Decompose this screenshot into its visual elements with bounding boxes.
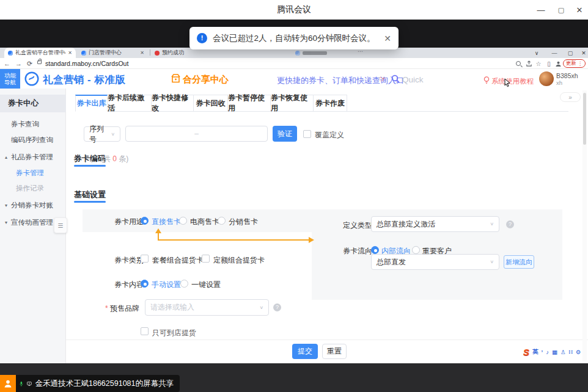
- profile-icon[interactable]: [554, 59, 562, 68]
- tab-card-outbound[interactable]: 券卡出库: [75, 95, 108, 112]
- definition-help-icon[interactable]: ?: [506, 220, 514, 228]
- quick-label[interactable]: Quick: [402, 75, 424, 84]
- content-option-manual[interactable]: 手动设置: [152, 280, 181, 290]
- meeting-minimize-button[interactable]: —: [532, 0, 550, 20]
- usage-option-distribution[interactable]: 分销售卡: [229, 217, 258, 227]
- usage-option-direct[interactable]: 直接售卡: [152, 217, 181, 227]
- nav-toggle-line1: 功能: [4, 72, 16, 79]
- user-avatar[interactable]: [539, 71, 554, 86]
- flow-radio-internal-selected[interactable]: [371, 246, 379, 254]
- content-option-onekey[interactable]: 一键设置: [191, 280, 221, 290]
- mouse-cursor: [504, 78, 511, 87]
- reset-button[interactable]: 重置: [322, 344, 347, 359]
- ime-settings-icon[interactable]: ⚙: [576, 349, 581, 355]
- category-option-fixed[interactable]: 定额组合提货卡: [213, 255, 265, 266]
- browser-tab-2[interactable]: 门店管理中心 ✕: [78, 48, 148, 58]
- browser-close-button[interactable]: ✕: [578, 48, 588, 57]
- pointing-finger-icon: ☞: [379, 74, 386, 84]
- tab-favicon: [8, 51, 13, 56]
- serial-range-input[interactable]: –: [125, 126, 268, 142]
- quick-search-icon[interactable]: [391, 74, 400, 83]
- ime-lang-icon[interactable]: 英: [532, 348, 538, 356]
- codes-count-open: (共: [101, 154, 112, 163]
- meeting-close-button[interactable]: ✕: [570, 0, 588, 20]
- sidebar-collapse-handle[interactable]: ☰: [54, 217, 67, 233]
- browser-maximize-button[interactable]: ▢: [565, 48, 576, 57]
- serial-field-select[interactable]: 序列号 ∨: [84, 126, 120, 142]
- tab-close-icon[interactable]: ✕: [68, 50, 72, 56]
- bookmark-star-icon[interactable]: ☆: [534, 59, 543, 68]
- toast-close-icon[interactable]: ✕: [384, 34, 391, 43]
- tab-card-recycle[interactable]: 券卡回收: [194, 95, 228, 112]
- select-value: 总部直接定义激活: [377, 219, 435, 230]
- store-only-checkbox[interactable]: [141, 327, 149, 335]
- brand-help-icon[interactable]: ?: [273, 303, 281, 311]
- usage-radio-ecommerce[interactable]: [179, 217, 187, 225]
- share-center-link[interactable]: 合分享中心: [183, 74, 229, 85]
- meeting-maximize-button[interactable]: ▢: [552, 0, 570, 20]
- overwrite-checkbox[interactable]: [303, 130, 311, 138]
- category-checkbox-package[interactable]: [141, 255, 149, 263]
- brand-logo-icon: [24, 71, 39, 86]
- add-flow-button[interactable]: 新增流向: [504, 255, 534, 269]
- reload-icon[interactable]: ⟳: [27, 59, 32, 68]
- ime-skin-icon[interactable]: ♙: [560, 349, 566, 355]
- browser-tab-search-icon[interactable]: ∨: [531, 48, 542, 57]
- zoom-search-icon[interactable]: [514, 59, 523, 68]
- flow-radio-vip[interactable]: [412, 246, 420, 254]
- tab-card-suspend[interactable]: 券卡暂停使用: [228, 95, 271, 112]
- sidebar-item-distribution-reconciliation[interactable]: ▾ 分销券卡对账: [0, 199, 66, 211]
- share-center-icon: [171, 73, 180, 83]
- browser-minimize-button[interactable]: —: [549, 48, 560, 57]
- expand-arrow-icon: ▾: [5, 203, 7, 208]
- tab-card-quick-edit[interactable]: 券卡快捷修改: [152, 95, 194, 112]
- nav-toggle-line2: 导航: [4, 79, 16, 85]
- required-asterisk: *: [105, 304, 108, 313]
- share-page-icon[interactable]: [524, 59, 533, 68]
- chrome-update-button[interactable]: 更新 ⋮: [563, 59, 586, 68]
- verify-button[interactable]: 验证: [273, 126, 297, 142]
- definition-type-select[interactable]: 总部直接定义激活 ∨: [371, 216, 499, 232]
- expand-panel-button[interactable]: »: [560, 92, 581, 102]
- sidebar-item-code-sequence-query[interactable]: 编码序列查询: [0, 134, 66, 146]
- codes-count-close: 条): [117, 154, 128, 163]
- ime-toolbar[interactable]: S 英 ’ ♪ ▦ ♙ ∷ ⚙: [523, 346, 581, 357]
- scrollbar-thumb[interactable]: [583, 93, 586, 145]
- ime-mic-icon[interactable]: ♪: [546, 349, 549, 355]
- sidebar-header: 券卡中心: [0, 95, 66, 112]
- content-radio-manual-selected[interactable]: [141, 280, 149, 288]
- ime-punctuation-icon[interactable]: ’: [542, 349, 543, 355]
- ime-toolbox-icon[interactable]: ∷: [568, 349, 573, 355]
- submit-button[interactable]: 提交: [292, 344, 318, 359]
- usage-radio-distribution[interactable]: [218, 217, 226, 225]
- tutorial-link[interactable]: 系统使用教程: [491, 77, 534, 86]
- content-radio-onekey[interactable]: [180, 280, 188, 288]
- tab-close-icon[interactable]: ✕: [140, 50, 144, 56]
- sidebar-item-card-management-active[interactable]: 券卡管理: [0, 167, 66, 179]
- sogou-logo-icon[interactable]: S: [523, 347, 529, 357]
- flow-select[interactable]: 总部直发 ∨: [371, 254, 499, 270]
- usage-radio-direct-selected[interactable]: [141, 217, 149, 225]
- sidebar-item-card-query[interactable]: 券卡查询: [0, 118, 66, 130]
- tab-card-resume[interactable]: 券卡恢复使用: [271, 95, 314, 112]
- nav-toggle-button[interactable]: 功能 导航: [0, 69, 20, 89]
- side-panel-icon[interactable]: ▯: [545, 59, 553, 68]
- info-icon: !: [197, 33, 207, 43]
- usage-option-ecommerce[interactable]: 电商售卡: [190, 217, 219, 227]
- codes-count: (共 0 条): [101, 154, 128, 164]
- ime-keyboard-icon[interactable]: ▦: [552, 349, 557, 355]
- forward-icon[interactable]: →: [15, 59, 22, 68]
- back-icon[interactable]: ←: [4, 59, 10, 68]
- tab-card-later-activate[interactable]: 券卡后续激活: [108, 95, 152, 112]
- expand-arrow-icon: ▾: [5, 220, 7, 225]
- sidebar-item-gift-card-management[interactable]: ▴ 礼品券卡管理: [0, 151, 66, 163]
- brand-select-input[interactable]: 请选择或输入 ∨: [145, 299, 269, 316]
- lock-icon[interactable]: [37, 60, 42, 64]
- category-option-package[interactable]: 套餐组合提货卡: [152, 255, 204, 266]
- url-text[interactable]: standard.maboy.cn/CardsOut: [45, 60, 128, 67]
- browser-tab-active[interactable]: 礼盒营销平台管理中心 ✕: [4, 48, 76, 58]
- sidebar-item-operation-log[interactable]: 操作记录: [0, 182, 66, 194]
- category-checkbox-fixed[interactable]: [202, 255, 210, 263]
- tab-card-void[interactable]: 券卡作废: [314, 95, 347, 112]
- share-banner-text: 金禾通技术王斌18662591081的屏幕共享: [35, 379, 174, 389]
